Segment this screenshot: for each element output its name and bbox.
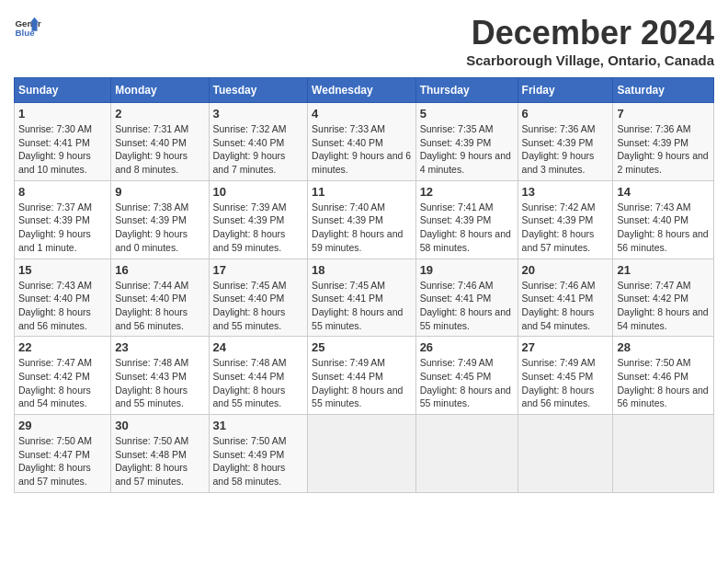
- day-info: Sunrise: 7:45 AMSunset: 4:41 PMDaylight:…: [312, 279, 412, 333]
- day-number: 1: [18, 107, 107, 121]
- calendar-cell: 29Sunrise: 7:50 AMSunset: 4:47 PMDayligh…: [15, 415, 111, 493]
- day-info: Sunrise: 7:39 AMSunset: 4:39 PMDaylight:…: [213, 201, 304, 255]
- day-number: 27: [522, 340, 609, 354]
- location-title: Scarborough Village, Ontario, Canada: [466, 52, 714, 68]
- day-number: 9: [115, 185, 204, 199]
- day-info: Sunrise: 7:38 AMSunset: 4:39 PMDaylight:…: [115, 201, 204, 255]
- day-info: Sunrise: 7:41 AMSunset: 4:39 PMDaylight:…: [420, 201, 514, 255]
- calendar-cell: 28Sunrise: 7:50 AMSunset: 4:46 PMDayligh…: [613, 337, 714, 415]
- day-info: Sunrise: 7:32 AMSunset: 4:40 PMDaylight:…: [213, 122, 304, 177]
- day-info: Sunrise: 7:37 AMSunset: 4:39 PMDaylight:…: [18, 201, 107, 255]
- calendar-week-row: 22Sunrise: 7:47 AMSunset: 4:42 PMDayligh…: [15, 337, 714, 415]
- svg-text:General: General: [16, 18, 42, 29]
- day-info: Sunrise: 7:49 AMSunset: 4:45 PMDaylight:…: [420, 356, 514, 410]
- day-info: Sunrise: 7:50 AMSunset: 4:48 PMDaylight:…: [115, 434, 204, 488]
- day-number: 20: [522, 263, 609, 277]
- day-info: Sunrise: 7:48 AMSunset: 4:44 PMDaylight:…: [213, 356, 304, 410]
- header-row: SundayMondayTuesdayWednesdayThursdayFrid…: [15, 78, 714, 103]
- calendar-cell: 5Sunrise: 7:35 AMSunset: 4:39 PMDaylight…: [415, 103, 518, 181]
- day-info: Sunrise: 7:46 AMSunset: 4:41 PMDaylight:…: [420, 279, 514, 333]
- day-number: 13: [522, 185, 609, 199]
- day-number: 31: [213, 419, 304, 432]
- calendar-week-row: 29Sunrise: 7:50 AMSunset: 4:47 PMDayligh…: [15, 415, 714, 493]
- calendar-cell: [518, 415, 613, 493]
- day-info: Sunrise: 7:36 AMSunset: 4:39 PMDaylight:…: [522, 122, 609, 177]
- calendar-cell: 22Sunrise: 7:47 AMSunset: 4:42 PMDayligh…: [15, 337, 111, 415]
- day-number: 8: [18, 185, 107, 199]
- day-info: Sunrise: 7:35 AMSunset: 4:39 PMDaylight:…: [420, 122, 514, 177]
- day-number: 29: [18, 419, 107, 432]
- day-of-week-header: Monday: [111, 78, 209, 103]
- calendar-week-row: 1Sunrise: 7:30 AMSunset: 4:41 PMDaylight…: [15, 103, 714, 181]
- logo: General Blue: [14, 14, 41, 41]
- day-number: 24: [213, 340, 304, 354]
- day-number: 22: [18, 340, 107, 354]
- day-info: Sunrise: 7:30 AMSunset: 4:41 PMDaylight:…: [18, 122, 107, 177]
- calendar-cell: 16Sunrise: 7:44 AMSunset: 4:40 PMDayligh…: [111, 259, 209, 337]
- calendar-cell: [308, 415, 416, 493]
- day-of-week-header: Sunday: [15, 78, 111, 103]
- calendar-cell: 17Sunrise: 7:45 AMSunset: 4:40 PMDayligh…: [209, 259, 308, 337]
- day-number: 26: [420, 340, 514, 354]
- day-number: 5: [420, 107, 514, 121]
- month-title: December 2024: [466, 14, 714, 52]
- day-info: Sunrise: 7:43 AMSunset: 4:40 PMDaylight:…: [617, 201, 710, 255]
- day-info: Sunrise: 7:49 AMSunset: 4:45 PMDaylight:…: [522, 356, 609, 410]
- calendar-cell: 25Sunrise: 7:49 AMSunset: 4:44 PMDayligh…: [308, 337, 416, 415]
- day-number: 15: [18, 263, 107, 277]
- day-of-week-header: Friday: [518, 78, 613, 103]
- day-number: 6: [522, 107, 609, 121]
- page-header: General Blue December 2024 Scarborough V…: [14, 14, 714, 68]
- day-number: 2: [115, 107, 204, 121]
- day-info: Sunrise: 7:31 AMSunset: 4:40 PMDaylight:…: [115, 122, 204, 177]
- calendar-table: SundayMondayTuesdayWednesdayThursdayFrid…: [14, 77, 714, 493]
- calendar-cell: 3Sunrise: 7:32 AMSunset: 4:40 PMDaylight…: [209, 103, 308, 181]
- calendar-cell: 8Sunrise: 7:37 AMSunset: 4:39 PMDaylight…: [15, 180, 111, 259]
- day-info: Sunrise: 7:50 AMSunset: 4:49 PMDaylight:…: [213, 434, 304, 488]
- day-number: 7: [617, 107, 710, 121]
- calendar-cell: [613, 415, 714, 493]
- calendar-cell: 31Sunrise: 7:50 AMSunset: 4:49 PMDayligh…: [209, 415, 308, 493]
- day-info: Sunrise: 7:44 AMSunset: 4:40 PMDaylight:…: [115, 279, 204, 333]
- calendar-cell: 9Sunrise: 7:38 AMSunset: 4:39 PMDaylight…: [111, 180, 209, 259]
- calendar-cell: 23Sunrise: 7:48 AMSunset: 4:43 PMDayligh…: [111, 337, 209, 415]
- calendar-cell: 14Sunrise: 7:43 AMSunset: 4:40 PMDayligh…: [613, 180, 714, 259]
- day-number: 25: [312, 340, 412, 354]
- day-number: 3: [213, 107, 304, 121]
- day-number: 10: [213, 185, 304, 199]
- day-info: Sunrise: 7:50 AMSunset: 4:47 PMDaylight:…: [18, 434, 107, 488]
- calendar-cell: 6Sunrise: 7:36 AMSunset: 4:39 PMDaylight…: [518, 103, 613, 181]
- day-number: 28: [617, 340, 710, 354]
- day-info: Sunrise: 7:40 AMSunset: 4:39 PMDaylight:…: [312, 201, 412, 255]
- calendar-cell: 20Sunrise: 7:46 AMSunset: 4:41 PMDayligh…: [518, 259, 613, 337]
- calendar-cell: 18Sunrise: 7:45 AMSunset: 4:41 PMDayligh…: [308, 259, 416, 337]
- day-number: 21: [617, 263, 710, 277]
- calendar-cell: 24Sunrise: 7:48 AMSunset: 4:44 PMDayligh…: [209, 337, 308, 415]
- day-info: Sunrise: 7:47 AMSunset: 4:42 PMDaylight:…: [18, 356, 107, 410]
- logo-icon: General Blue: [14, 14, 41, 41]
- day-number: 12: [420, 185, 514, 199]
- day-info: Sunrise: 7:50 AMSunset: 4:46 PMDaylight:…: [617, 356, 710, 410]
- day-number: 19: [420, 263, 514, 277]
- day-info: Sunrise: 7:46 AMSunset: 4:41 PMDaylight:…: [522, 279, 609, 333]
- day-info: Sunrise: 7:43 AMSunset: 4:40 PMDaylight:…: [18, 279, 107, 333]
- day-number: 4: [312, 107, 412, 121]
- day-info: Sunrise: 7:48 AMSunset: 4:43 PMDaylight:…: [115, 356, 204, 410]
- calendar-cell: 11Sunrise: 7:40 AMSunset: 4:39 PMDayligh…: [308, 180, 416, 259]
- calendar-cell: 19Sunrise: 7:46 AMSunset: 4:41 PMDayligh…: [415, 259, 518, 337]
- day-of-week-header: Wednesday: [308, 78, 416, 103]
- calendar-week-row: 8Sunrise: 7:37 AMSunset: 4:39 PMDaylight…: [15, 180, 714, 259]
- calendar-cell: 7Sunrise: 7:36 AMSunset: 4:39 PMDaylight…: [613, 103, 714, 181]
- calendar-cell: 27Sunrise: 7:49 AMSunset: 4:45 PMDayligh…: [518, 337, 613, 415]
- day-info: Sunrise: 7:33 AMSunset: 4:40 PMDaylight:…: [312, 122, 412, 177]
- day-number: 23: [115, 340, 204, 354]
- calendar-cell: 15Sunrise: 7:43 AMSunset: 4:40 PMDayligh…: [15, 259, 111, 337]
- calendar-cell: 26Sunrise: 7:49 AMSunset: 4:45 PMDayligh…: [415, 337, 518, 415]
- calendar-cell: 4Sunrise: 7:33 AMSunset: 4:40 PMDaylight…: [308, 103, 416, 181]
- day-number: 11: [312, 185, 412, 199]
- day-number: 14: [617, 185, 710, 199]
- day-of-week-header: Saturday: [613, 78, 714, 103]
- calendar-cell: 1Sunrise: 7:30 AMSunset: 4:41 PMDaylight…: [15, 103, 111, 181]
- day-info: Sunrise: 7:49 AMSunset: 4:44 PMDaylight:…: [312, 356, 412, 410]
- day-info: Sunrise: 7:42 AMSunset: 4:39 PMDaylight:…: [522, 201, 609, 255]
